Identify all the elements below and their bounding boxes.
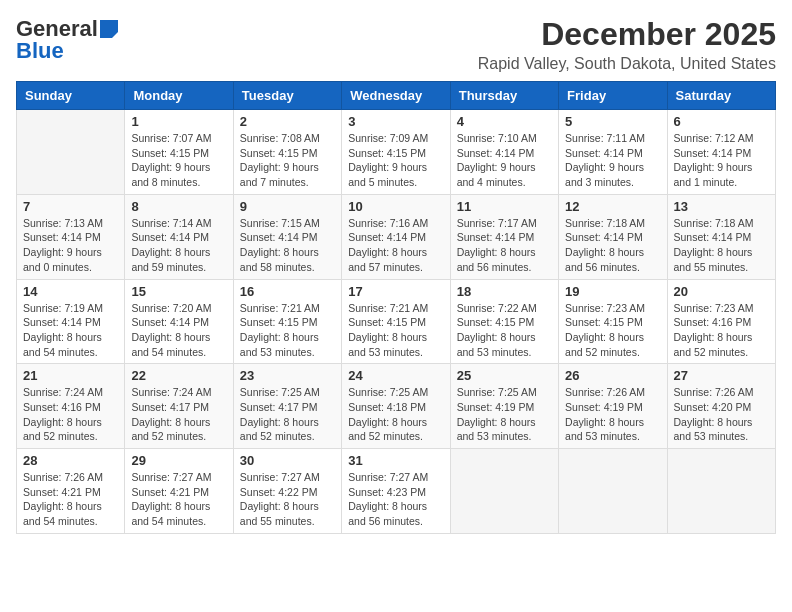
day-number: 2 [240,114,335,129]
day-number: 28 [23,453,118,468]
day-info: Sunrise: 7:09 AM Sunset: 4:15 PM Dayligh… [348,131,443,190]
day-number: 11 [457,199,552,214]
day-info: Sunrise: 7:27 AM Sunset: 4:21 PM Dayligh… [131,470,226,529]
logo-blue-text: Blue [16,38,64,64]
calendar-cell: 13Sunrise: 7:18 AM Sunset: 4:14 PM Dayli… [667,194,775,279]
day-number: 31 [348,453,443,468]
day-info: Sunrise: 7:22 AM Sunset: 4:15 PM Dayligh… [457,301,552,360]
day-info: Sunrise: 7:21 AM Sunset: 4:15 PM Dayligh… [240,301,335,360]
day-info: Sunrise: 7:12 AM Sunset: 4:14 PM Dayligh… [674,131,769,190]
day-number: 17 [348,284,443,299]
day-number: 23 [240,368,335,383]
page-header: General Blue December 2025 Rapid Valley,… [16,16,776,73]
day-number: 21 [23,368,118,383]
day-info: Sunrise: 7:07 AM Sunset: 4:15 PM Dayligh… [131,131,226,190]
calendar-cell: 21Sunrise: 7:24 AM Sunset: 4:16 PM Dayli… [17,364,125,449]
day-info: Sunrise: 7:25 AM Sunset: 4:17 PM Dayligh… [240,385,335,444]
main-title: December 2025 [478,16,776,53]
day-info: Sunrise: 7:20 AM Sunset: 4:14 PM Dayligh… [131,301,226,360]
calendar-cell: 15Sunrise: 7:20 AM Sunset: 4:14 PM Dayli… [125,279,233,364]
day-number: 20 [674,284,769,299]
day-number: 30 [240,453,335,468]
day-info: Sunrise: 7:14 AM Sunset: 4:14 PM Dayligh… [131,216,226,275]
calendar-cell: 10Sunrise: 7:16 AM Sunset: 4:14 PM Dayli… [342,194,450,279]
day-info: Sunrise: 7:27 AM Sunset: 4:22 PM Dayligh… [240,470,335,529]
day-info: Sunrise: 7:18 AM Sunset: 4:14 PM Dayligh… [565,216,660,275]
day-info: Sunrise: 7:19 AM Sunset: 4:14 PM Dayligh… [23,301,118,360]
subtitle: Rapid Valley, South Dakota, United State… [478,55,776,73]
header-friday: Friday [559,82,667,110]
calendar-cell: 4Sunrise: 7:10 AM Sunset: 4:14 PM Daylig… [450,110,558,195]
header-tuesday: Tuesday [233,82,341,110]
calendar-week-3: 14Sunrise: 7:19 AM Sunset: 4:14 PM Dayli… [17,279,776,364]
calendar-cell: 18Sunrise: 7:22 AM Sunset: 4:15 PM Dayli… [450,279,558,364]
calendar-cell: 1Sunrise: 7:07 AM Sunset: 4:15 PM Daylig… [125,110,233,195]
calendar-cell: 3Sunrise: 7:09 AM Sunset: 4:15 PM Daylig… [342,110,450,195]
day-number: 24 [348,368,443,383]
day-number: 13 [674,199,769,214]
calendar-header-row: SundayMondayTuesdayWednesdayThursdayFrid… [17,82,776,110]
calendar-cell: 17Sunrise: 7:21 AM Sunset: 4:15 PM Dayli… [342,279,450,364]
day-info: Sunrise: 7:24 AM Sunset: 4:17 PM Dayligh… [131,385,226,444]
calendar-week-2: 7Sunrise: 7:13 AM Sunset: 4:14 PM Daylig… [17,194,776,279]
calendar-cell [450,449,558,534]
calendar-cell: 25Sunrise: 7:25 AM Sunset: 4:19 PM Dayli… [450,364,558,449]
day-number: 8 [131,199,226,214]
day-number: 14 [23,284,118,299]
calendar-cell: 24Sunrise: 7:25 AM Sunset: 4:18 PM Dayli… [342,364,450,449]
calendar-cell: 6Sunrise: 7:12 AM Sunset: 4:14 PM Daylig… [667,110,775,195]
day-number: 6 [674,114,769,129]
calendar-cell: 12Sunrise: 7:18 AM Sunset: 4:14 PM Dayli… [559,194,667,279]
day-info: Sunrise: 7:08 AM Sunset: 4:15 PM Dayligh… [240,131,335,190]
header-wednesday: Wednesday [342,82,450,110]
calendar-cell: 19Sunrise: 7:23 AM Sunset: 4:15 PM Dayli… [559,279,667,364]
day-info: Sunrise: 7:18 AM Sunset: 4:14 PM Dayligh… [674,216,769,275]
day-number: 29 [131,453,226,468]
day-info: Sunrise: 7:11 AM Sunset: 4:14 PM Dayligh… [565,131,660,190]
calendar-week-4: 21Sunrise: 7:24 AM Sunset: 4:16 PM Dayli… [17,364,776,449]
day-number: 12 [565,199,660,214]
calendar-cell: 27Sunrise: 7:26 AM Sunset: 4:20 PM Dayli… [667,364,775,449]
day-info: Sunrise: 7:17 AM Sunset: 4:14 PM Dayligh… [457,216,552,275]
calendar-cell: 23Sunrise: 7:25 AM Sunset: 4:17 PM Dayli… [233,364,341,449]
day-info: Sunrise: 7:27 AM Sunset: 4:23 PM Dayligh… [348,470,443,529]
calendar-cell: 20Sunrise: 7:23 AM Sunset: 4:16 PM Dayli… [667,279,775,364]
day-number: 27 [674,368,769,383]
calendar-cell: 30Sunrise: 7:27 AM Sunset: 4:22 PM Dayli… [233,449,341,534]
day-number: 26 [565,368,660,383]
day-number: 18 [457,284,552,299]
calendar-cell [559,449,667,534]
calendar-cell: 28Sunrise: 7:26 AM Sunset: 4:21 PM Dayli… [17,449,125,534]
calendar-cell: 11Sunrise: 7:17 AM Sunset: 4:14 PM Dayli… [450,194,558,279]
day-number: 4 [457,114,552,129]
day-info: Sunrise: 7:26 AM Sunset: 4:20 PM Dayligh… [674,385,769,444]
day-number: 25 [457,368,552,383]
calendar-cell: 5Sunrise: 7:11 AM Sunset: 4:14 PM Daylig… [559,110,667,195]
svg-marker-0 [100,20,118,38]
day-info: Sunrise: 7:13 AM Sunset: 4:14 PM Dayligh… [23,216,118,275]
day-info: Sunrise: 7:26 AM Sunset: 4:19 PM Dayligh… [565,385,660,444]
header-thursday: Thursday [450,82,558,110]
day-info: Sunrise: 7:24 AM Sunset: 4:16 PM Dayligh… [23,385,118,444]
day-info: Sunrise: 7:16 AM Sunset: 4:14 PM Dayligh… [348,216,443,275]
day-number: 15 [131,284,226,299]
day-number: 7 [23,199,118,214]
calendar-table: SundayMondayTuesdayWednesdayThursdayFrid… [16,81,776,534]
logo-icon [100,20,118,38]
header-monday: Monday [125,82,233,110]
calendar-cell: 2Sunrise: 7:08 AM Sunset: 4:15 PM Daylig… [233,110,341,195]
day-number: 19 [565,284,660,299]
day-info: Sunrise: 7:15 AM Sunset: 4:14 PM Dayligh… [240,216,335,275]
calendar-week-1: 1Sunrise: 7:07 AM Sunset: 4:15 PM Daylig… [17,110,776,195]
calendar-cell: 14Sunrise: 7:19 AM Sunset: 4:14 PM Dayli… [17,279,125,364]
day-number: 22 [131,368,226,383]
calendar-cell: 8Sunrise: 7:14 AM Sunset: 4:14 PM Daylig… [125,194,233,279]
day-info: Sunrise: 7:25 AM Sunset: 4:18 PM Dayligh… [348,385,443,444]
calendar-cell: 26Sunrise: 7:26 AM Sunset: 4:19 PM Dayli… [559,364,667,449]
day-number: 16 [240,284,335,299]
day-number: 5 [565,114,660,129]
day-info: Sunrise: 7:26 AM Sunset: 4:21 PM Dayligh… [23,470,118,529]
logo: General Blue [16,16,118,64]
calendar-cell: 31Sunrise: 7:27 AM Sunset: 4:23 PM Dayli… [342,449,450,534]
calendar-cell [667,449,775,534]
